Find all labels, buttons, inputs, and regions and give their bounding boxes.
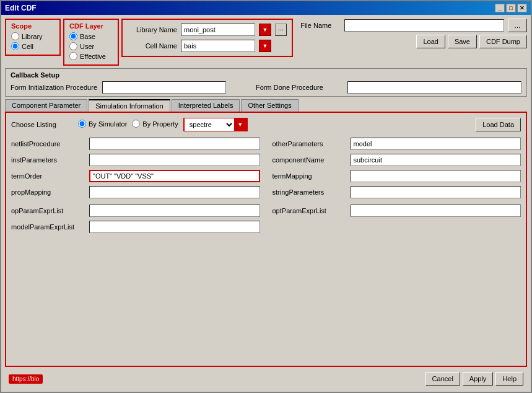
file-name-label: File Name <box>300 22 341 29</box>
scope-library-radio[interactable] <box>11 32 19 40</box>
param-instParameters-label: instParameters <box>11 156 85 164</box>
param-termMapping-input[interactable] <box>351 170 521 182</box>
cdflayer-base-radio[interactable] <box>69 32 77 40</box>
param-netlistProcedure-label: netlistProcedure <box>11 140 85 148</box>
params-left: netlistProcedure instParameters termOrde… <box>11 138 260 198</box>
extra-params-right: optParamExprList <box>273 205 521 233</box>
maximize-button[interactable]: □ <box>506 4 516 12</box>
scope-cell-label: Cell <box>22 43 33 50</box>
param-modelParamExprList-label: modelParamExprList <box>11 223 85 231</box>
library-name-browse[interactable]: ... <box>275 24 287 36</box>
edit-cdf-window: Edit CDF _ □ ✕ Scope Library Cell <box>0 0 532 393</box>
window-title: Edit CDF <box>5 4 37 12</box>
load-data-button[interactable]: Load Data <box>476 118 521 131</box>
by-property-label: By Property <box>142 120 178 128</box>
params-grid: netlistProcedure instParameters termOrde… <box>11 138 521 198</box>
simulator-dropdown-btn[interactable]: ▼ <box>234 118 246 131</box>
param-netlistProcedure-input[interactable] <box>89 138 260 150</box>
cell-name-row: Cell Name ▼ <box>128 40 287 52</box>
by-property-row: By Property <box>132 120 178 128</box>
choose-listing-label: Choose Listing <box>11 121 73 128</box>
cdflayer-box: CDF Layer Base User Effective <box>63 19 119 66</box>
cell-name-dropdown[interactable]: ▼ <box>259 40 271 52</box>
apply-button[interactable]: Apply <box>463 372 494 386</box>
file-browse-button[interactable]: ... <box>508 19 527 32</box>
form-init-input[interactable] <box>102 81 226 94</box>
param-stringParameters: stringParameters <box>273 186 521 198</box>
extra-params: opParamExprList modelParamExprList optPa… <box>11 205 521 233</box>
url-badge: https://blo <box>9 374 43 384</box>
callback-row: Form Initialization Procedure Form Done … <box>11 81 521 94</box>
scope-library-row: Library <box>11 32 55 40</box>
callback-title: Callback Setup <box>11 71 521 79</box>
simulator-dropdown: spectre hspice auCdl ▼ <box>183 118 248 131</box>
library-name-input[interactable] <box>181 24 255 36</box>
param-instParameters-input[interactable] <box>89 154 260 166</box>
param-propMapping-input[interactable] <box>89 186 260 198</box>
titlebar: Edit CDF _ □ ✕ <box>1 1 531 15</box>
scope-library-label: Library <box>22 33 43 40</box>
param-opParamExprList: opParamExprList <box>11 205 260 217</box>
cell-name-input[interactable] <box>181 40 255 52</box>
param-optParamExprList: optParamExprList <box>273 205 521 217</box>
cdflayer-effective-row: Effective <box>69 52 113 60</box>
minimize-button[interactable]: _ <box>495 4 505 12</box>
param-stringParameters-input[interactable] <box>351 186 521 198</box>
param-termOrder-label: termOrder <box>11 172 85 180</box>
param-componentName-input[interactable] <box>351 154 521 166</box>
bottom-bar: https://blo Cancel Apply Help <box>5 369 527 388</box>
tabs-and-content: Component Parameter Simulation Informati… <box>5 99 527 367</box>
by-property-radio[interactable] <box>132 120 140 128</box>
cdflayer-user-radio[interactable] <box>69 42 77 50</box>
params-right: otherParameters componentName termMappin… <box>273 138 521 198</box>
simulator-select[interactable]: spectre hspice auCdl <box>185 118 234 131</box>
form-done-input[interactable] <box>347 81 521 94</box>
cdflayer-effective-radio[interactable] <box>69 52 77 60</box>
cdflayer-user-label: User <box>80 43 94 50</box>
param-opParamExprList-input[interactable] <box>89 205 260 217</box>
param-modelParamExprList-input[interactable] <box>89 221 260 233</box>
extra-params-left: opParamExprList modelParamExprList <box>11 205 260 233</box>
cdflayer-effective-label: Effective <box>80 53 106 60</box>
cdflayer-user-row: User <box>69 42 113 50</box>
save-button[interactable]: Save <box>448 35 477 48</box>
callback-section: Callback Setup Form Initialization Proce… <box>5 68 527 97</box>
library-name-dropdown[interactable]: ▼ <box>259 24 271 36</box>
param-termOrder-input[interactable] <box>89 170 260 182</box>
by-simulator-radio[interactable] <box>78 120 86 128</box>
cdfdump-button[interactable]: CDF Dump <box>479 35 527 48</box>
param-instParameters: instParameters <box>11 154 260 166</box>
tab-simulation-information[interactable]: Simulation Information <box>89 99 170 112</box>
param-optParamExprList-input[interactable] <box>351 205 521 217</box>
cdflayer-title: CDF Layer <box>69 22 113 30</box>
tab-interpreted-labels[interactable]: Interpreted Labels <box>172 99 240 112</box>
file-area: File Name ... Load Save CDF Dump <box>300 19 527 48</box>
cell-name-label: Cell Name <box>128 42 177 50</box>
param-modelParamExprList: modelParamExprList <box>11 221 260 233</box>
load-button[interactable]: Load <box>416 35 445 48</box>
libname-area: Library Name ▼ ... Cell Name ▼ <box>121 19 293 57</box>
cdflayer-base-row: Base <box>69 32 113 40</box>
scope-title: Scope <box>11 22 55 30</box>
by-simulator-label: By Simulator <box>89 120 127 128</box>
choose-listing-row: Choose Listing By Simulator By Property … <box>11 118 521 131</box>
param-otherParameters-label: otherParameters <box>273 140 347 148</box>
cdflayer-base-label: Base <box>80 33 95 40</box>
param-otherParameters: otherParameters <box>273 138 521 150</box>
file-name-row: File Name ... <box>300 19 527 32</box>
library-name-label: Library Name <box>128 26 177 33</box>
scope-cell-row: Cell <box>11 42 55 50</box>
param-optParamExprList-label: optParamExprList <box>273 207 347 214</box>
help-button[interactable]: Help <box>495 372 523 386</box>
tab-bar: Component Parameter Simulation Informati… <box>5 99 527 112</box>
param-termMapping: termMapping <box>273 170 521 182</box>
close-button[interactable]: ✕ <box>517 4 527 12</box>
form-done-label: Form Done Procedure <box>256 84 342 91</box>
scope-cell-radio[interactable] <box>11 42 19 50</box>
tab-other-settings[interactable]: Other Settings <box>241 99 298 112</box>
tab-component-parameter[interactable]: Component Parameter <box>5 99 87 112</box>
param-otherParameters-input[interactable] <box>351 138 521 150</box>
file-name-input[interactable] <box>344 19 504 32</box>
form-init-label: Form Initialization Procedure <box>11 84 97 91</box>
cancel-button[interactable]: Cancel <box>425 372 460 386</box>
